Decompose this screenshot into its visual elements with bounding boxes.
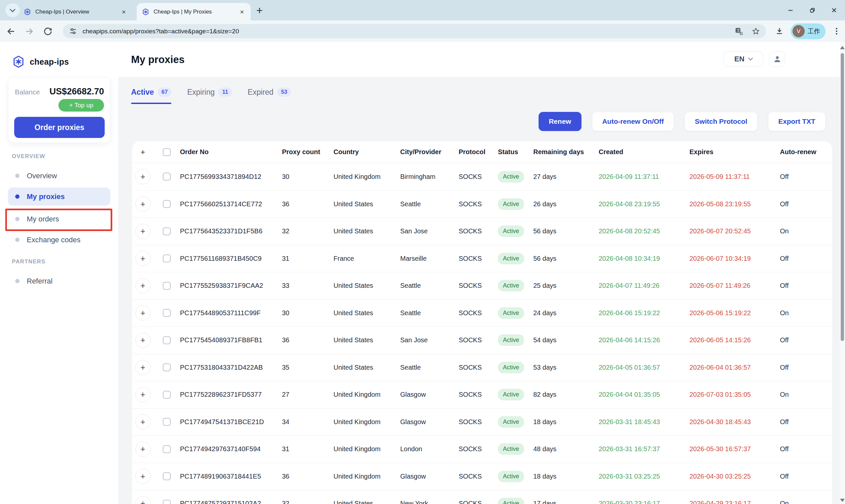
expand-row-button[interactable]: +	[135, 169, 151, 184]
expand-row-button[interactable]: +	[135, 442, 151, 457]
protocol-cell: SOCKS	[459, 255, 498, 263]
new-tab-button[interactable]: +	[256, 5, 263, 16]
url-bar[interactable]: cheapips.com/app/proxies?tab=active&page…	[63, 24, 766, 38]
expand-row-button[interactable]: +	[135, 305, 151, 321]
proxy-count-cell: 33	[282, 282, 334, 289]
download-icon[interactable]	[775, 27, 784, 36]
row-checkbox[interactable]	[163, 336, 171, 344]
export-txt-button[interactable]: Export TXT	[768, 112, 826, 131]
row-checkbox[interactable]	[163, 445, 171, 453]
expand-row-button[interactable]: +	[135, 333, 151, 348]
select-all-checkbox[interactable]	[163, 148, 171, 156]
browser-tab-overview[interactable]: Cheap-Ips | Overview ×	[18, 3, 133, 20]
app-logo[interactable]: cheap-ips	[12, 55, 69, 68]
browser-tab-my-proxies[interactable]: Cheap-Ips | My Proxies ×	[137, 3, 251, 20]
expires-date-cell: 2026-04-29 23:16:17	[689, 500, 780, 504]
url-text[interactable]: cheapips.com/app/proxies?tab=active&page…	[83, 28, 735, 35]
site-info-icon[interactable]	[69, 27, 77, 36]
expires-date-cell: 2026-05-30 16:57:37	[689, 445, 780, 453]
bookmark-star-icon[interactable]	[752, 27, 760, 36]
row-checkbox[interactable]	[163, 309, 171, 317]
order-no-cell: PC177494297637140F594	[180, 445, 282, 453]
browser-profile-chip[interactable]: V 工作	[791, 23, 826, 39]
sidebar-item-my-orders[interactable]: My orders	[8, 210, 110, 228]
expand-row-button[interactable]: +	[135, 278, 151, 293]
auto-renew-cell: On	[780, 309, 832, 317]
city-cell: Seattle	[400, 309, 459, 317]
row-checkbox[interactable]	[163, 418, 171, 426]
remaining-days-cell: 56 days	[533, 255, 599, 263]
tab-expired[interactable]: Expired 53	[248, 88, 291, 104]
created-date-cell: 2026-04-09 11:37:11	[599, 173, 689, 181]
row-checkbox[interactable]	[163, 228, 171, 235]
status-badge: Active	[498, 471, 524, 482]
expand-row-button[interactable]: +	[135, 360, 151, 375]
city-cell: New York	[400, 500, 459, 504]
nav-dot-icon	[15, 217, 19, 221]
expand-row-button[interactable]: +	[135, 387, 151, 402]
tab-expiring[interactable]: Expiring 11	[187, 88, 232, 104]
scrollbar-thumb[interactable]	[841, 53, 844, 341]
row-checkbox[interactable]	[163, 363, 171, 371]
account-button[interactable]	[769, 51, 785, 67]
browser-window: Cheap-Ips | Overview × Cheap-Ips | My Pr…	[0, 0, 845, 504]
minimize-button[interactable]	[780, 0, 802, 20]
tab-active[interactable]: Active 67	[131, 88, 171, 104]
expires-date-cell: 2026-05-07 11:49:26	[689, 282, 780, 289]
city-cell: Glasgow	[400, 418, 459, 426]
expand-row-button[interactable]: +	[135, 469, 151, 484]
page-scrollbar[interactable]	[840, 42, 845, 504]
expand-row-button[interactable]: +	[135, 224, 151, 239]
close-window-button[interactable]	[823, 0, 845, 20]
auto-renew-cell: Off	[780, 282, 832, 289]
renew-button[interactable]: Renew	[539, 112, 581, 131]
content-area: Active 67 Expiring 11 Expired 53 Renew A…	[118, 77, 845, 504]
scroll-down-arrow-icon[interactable]	[840, 499, 845, 502]
row-checkbox[interactable]	[163, 472, 171, 480]
remaining-days-cell: 48 days	[533, 445, 599, 453]
remaining-days-cell: 54 days	[533, 336, 599, 344]
expand-row-button[interactable]: +	[135, 496, 151, 504]
proxy-count-cell: 36	[282, 336, 334, 344]
country-cell: France	[334, 255, 400, 263]
sidebar: cheap-ips Balance US$26682.70 + Top up O…	[0, 42, 118, 504]
tab-close-icon[interactable]: ×	[239, 8, 245, 16]
row-checkbox[interactable]	[163, 282, 171, 290]
topup-button[interactable]: + Top up	[58, 99, 104, 111]
row-checkbox[interactable]	[163, 500, 171, 504]
city-cell: London	[400, 445, 459, 453]
row-checkbox[interactable]	[163, 391, 171, 399]
sidebar-item-overview[interactable]: Overview	[8, 167, 110, 185]
auto-renew-cell: Off	[780, 473, 832, 480]
expand-all-icon[interactable]: +	[140, 147, 145, 157]
row-checkbox[interactable]	[163, 200, 171, 208]
order-no-cell: PC1775228962371FD5377	[180, 391, 282, 398]
chevron-down-icon	[748, 56, 753, 60]
protocol-cell: SOCKS	[459, 418, 498, 426]
expand-row-button[interactable]: +	[135, 251, 151, 266]
reload-icon[interactable]	[43, 26, 53, 36]
sidebar-item-referral[interactable]: Referral	[8, 272, 110, 290]
auto-renew-toggle-button[interactable]: Auto-renew On/Off	[592, 112, 674, 131]
protocol-cell: SOCKS	[459, 200, 498, 208]
city-cell: Seattle	[400, 200, 459, 208]
tab-search-button[interactable]	[5, 3, 20, 17]
expand-row-button[interactable]: +	[135, 414, 151, 429]
restore-button[interactable]	[802, 0, 823, 20]
created-date-cell: 2026-04-06 14:15:26	[599, 336, 689, 344]
back-icon[interactable]	[6, 26, 16, 36]
scroll-up-arrow-icon[interactable]	[840, 46, 845, 49]
sidebar-item-my-proxies[interactable]: My proxies	[8, 187, 110, 205]
language-dropdown[interactable]: EN	[723, 51, 763, 67]
forward-icon[interactable]	[24, 26, 34, 36]
tab-close-icon[interactable]: ×	[121, 8, 127, 16]
sidebar-item-exchange-codes[interactable]: Exchange codes	[8, 231, 110, 249]
kebab-menu-icon[interactable]	[832, 27, 841, 36]
expand-row-button[interactable]: +	[135, 196, 151, 212]
switch-protocol-button[interactable]: Switch Protocol	[685, 112, 757, 131]
table-header-row: + Order No Proxy count Country City/Prov…	[132, 141, 832, 163]
row-checkbox[interactable]	[163, 254, 171, 263]
translate-icon[interactable]: 文G	[735, 27, 744, 36]
order-proxies-button[interactable]: Order proxies	[14, 117, 105, 138]
row-checkbox[interactable]	[163, 173, 171, 181]
